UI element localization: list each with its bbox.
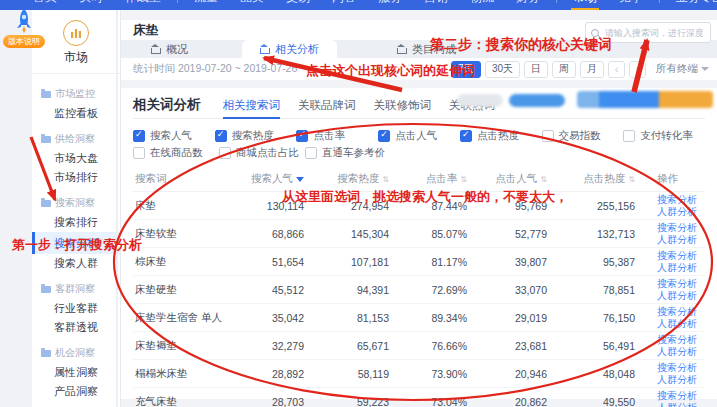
- keyword-search-box[interactable]: [585, 22, 711, 43]
- date-range-button[interactable]: 30天: [485, 61, 520, 78]
- version-badge[interactable]: 版本说明: [3, 35, 45, 48]
- crowd-analysis-link[interactable]: 人群分析: [657, 346, 689, 358]
- metric-checkbox[interactable]: 交易指数: [542, 129, 624, 143]
- keyword-cell[interactable]: 充气床垫: [133, 388, 238, 407]
- nav-item[interactable]: 业务专区: [668, 0, 717, 10]
- checkbox-icon[interactable]: [378, 130, 390, 142]
- terminal-filter-dropdown[interactable]: 所有终端: [656, 62, 709, 76]
- nav-item[interactable]: 财务: [508, 0, 548, 10]
- metric-checkbox[interactable]: 搜索人气: [133, 129, 215, 143]
- date-range-button[interactable]: 月: [580, 61, 604, 78]
- sort-both-icon[interactable]: [460, 175, 467, 184]
- subtab[interactable]: 相关搜索词: [223, 92, 281, 118]
- search-input[interactable]: [603, 27, 705, 39]
- keyword-cell[interactable]: 床垫: [133, 192, 238, 220]
- nav-item[interactable]: 营销: [416, 0, 456, 10]
- metric-checkbox[interactable]: 搜索热度: [215, 129, 297, 143]
- sidebar-item[interactable]: 搜索排行: [32, 213, 120, 232]
- column-header[interactable]: 搜索热度: [320, 167, 405, 192]
- column-header[interactable]: 点击率: [405, 167, 483, 192]
- nav-item[interactable]: 服务: [370, 0, 410, 10]
- nav-item[interactable]: 流量: [186, 0, 226, 10]
- column-header[interactable]: 搜索词: [133, 167, 238, 192]
- search-analysis-link[interactable]: 搜索分析: [657, 250, 689, 262]
- sidebar-item[interactable]: 属性洞察: [32, 363, 120, 382]
- keyword-cell[interactable]: 棕床垫: [133, 248, 238, 276]
- date-range-button[interactable]: 7天: [451, 61, 481, 78]
- sidebar-item[interactable]: 机会洞察: [32, 343, 120, 363]
- sidebar-item[interactable]: 搜索洞察: [32, 193, 120, 213]
- keyword-cell[interactable]: 榻榻米床垫: [133, 360, 238, 388]
- next-page-button[interactable]: ›: [629, 61, 646, 78]
- metric-checkbox[interactable]: 点击率: [296, 129, 378, 143]
- checkbox-icon[interactable]: [133, 147, 145, 159]
- sort-both-icon[interactable]: [382, 175, 389, 184]
- sidebar-item[interactable]: 市场大盘: [32, 149, 120, 168]
- tab[interactable]: 相关分析: [242, 40, 337, 58]
- sort-desc-icon[interactable]: [296, 177, 304, 182]
- tab[interactable]: 类目构成: [383, 40, 470, 58]
- sidebar-item[interactable]: 行业客群: [32, 299, 120, 318]
- checkbox-icon[interactable]: [219, 147, 231, 159]
- checkbox-icon[interactable]: [296, 130, 308, 142]
- crowd-analysis-link[interactable]: 人群分析: [657, 290, 689, 302]
- crowd-analysis-link[interactable]: 人群分析: [657, 318, 689, 330]
- nav-item[interactable]: 品类: [232, 0, 272, 10]
- sidebar-item[interactable]: 市场排行: [32, 168, 120, 187]
- search-analysis-link[interactable]: 搜索分析: [657, 278, 689, 290]
- nav-item[interactable]: 内容: [324, 0, 364, 10]
- column-header[interactable]: 操作: [651, 167, 705, 192]
- sidebar-item[interactable]: 客群洞察: [32, 279, 120, 299]
- search-analysis-link[interactable]: 搜索分析: [657, 390, 689, 402]
- metric-checkbox[interactable]: 直通车参考价: [305, 146, 391, 160]
- nav-item[interactable]: 竞争: [611, 0, 651, 10]
- subtab[interactable]: 关联修饰词: [374, 92, 432, 118]
- sidebar-item[interactable]: 产品洞察: [32, 382, 120, 401]
- metric-checkbox[interactable]: 商城点击占比: [219, 146, 305, 160]
- prev-page-button[interactable]: ‹: [608, 61, 625, 78]
- search-analysis-link[interactable]: 搜索分析: [657, 222, 689, 234]
- sidebar-item[interactable]: 监控看板: [32, 104, 120, 123]
- subtab[interactable]: 关联品牌词: [298, 92, 356, 118]
- crowd-analysis-link[interactable]: 人群分析: [657, 206, 689, 218]
- column-header[interactable]: 点击人气: [483, 167, 563, 192]
- sidebar-item[interactable]: 供给洞察: [32, 129, 120, 149]
- tab[interactable]: 概况: [137, 40, 202, 58]
- search-analysis-link[interactable]: 搜索分析: [657, 194, 689, 206]
- metric-checkbox[interactable]: 在线商品数: [133, 146, 219, 160]
- sidebar-item[interactable]: 客群透视: [32, 318, 120, 337]
- date-range-button[interactable]: 周: [552, 61, 576, 78]
- nav-item[interactable]: 市场: [565, 0, 605, 10]
- keyword-cell[interactable]: 床垫软垫: [133, 220, 238, 248]
- keyword-cell[interactable]: 床垫学生宿舍 单人: [133, 304, 238, 332]
- sort-both-icon[interactable]: [628, 175, 635, 184]
- keyword-cell[interactable]: 床垫硬垫: [133, 276, 238, 304]
- checkbox-icon[interactable]: [460, 130, 472, 142]
- nav-item[interactable]: 物流: [462, 0, 502, 10]
- search-analysis-link[interactable]: 搜索分析: [657, 362, 689, 374]
- search-analysis-link[interactable]: 搜索分析: [657, 306, 689, 318]
- column-header[interactable]: 点击热度: [563, 167, 651, 192]
- checkbox-icon[interactable]: [133, 130, 145, 142]
- crowd-analysis-link[interactable]: 人群分析: [657, 374, 689, 386]
- checkbox-icon[interactable]: [305, 147, 317, 159]
- search-analysis-link[interactable]: 搜索分析: [657, 334, 689, 346]
- sidebar-item[interactable]: 搜索分析: [32, 232, 120, 254]
- keyword-cell[interactable]: 床垫褥垫: [133, 332, 238, 360]
- nav-item[interactable]: 作战室: [117, 0, 169, 10]
- checkbox-icon[interactable]: [215, 130, 227, 142]
- crowd-analysis-link[interactable]: 人群分析: [657, 402, 689, 407]
- checkbox-icon[interactable]: [542, 130, 554, 142]
- date-range-button[interactable]: 日: [524, 61, 548, 78]
- metric-checkbox[interactable]: 点击人气: [378, 129, 460, 143]
- sidebar-item[interactable]: 市场监控: [32, 84, 120, 104]
- crowd-analysis-link[interactable]: 人群分析: [657, 262, 689, 274]
- crowd-analysis-link[interactable]: 人群分析: [657, 234, 689, 246]
- sidebar-item[interactable]: 搜索人群: [32, 254, 120, 273]
- nav-item[interactable]: 交易: [278, 0, 318, 10]
- version-widget[interactable]: 版本说明: [2, 8, 46, 48]
- metric-checkbox[interactable]: 支付转化率: [623, 129, 705, 143]
- metric-checkbox[interactable]: 点击热度: [460, 129, 542, 143]
- column-header[interactable]: 搜索人气: [238, 167, 320, 192]
- sort-both-icon[interactable]: [540, 175, 547, 184]
